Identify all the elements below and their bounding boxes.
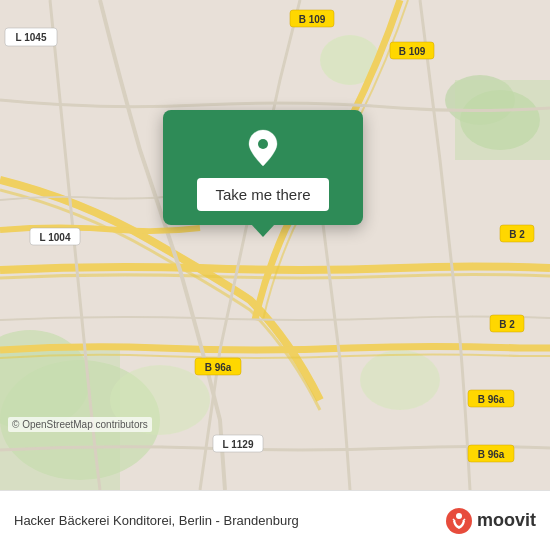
svg-point-31 (446, 508, 472, 534)
take-me-there-button[interactable]: Take me there (197, 178, 328, 211)
svg-text:B 96a: B 96a (205, 362, 232, 373)
svg-text:B 96a: B 96a (478, 394, 505, 405)
moovit-logo: moovit (445, 507, 536, 535)
svg-text:B 109: B 109 (299, 14, 326, 25)
svg-text:B 2: B 2 (509, 229, 525, 240)
svg-rect-6 (455, 80, 550, 160)
svg-point-8 (360, 350, 440, 410)
svg-text:L 1045: L 1045 (16, 32, 47, 43)
popup-card: Take me there (163, 110, 363, 225)
location-name: Hacker Bäckerei Konditorei, Berlin - Bra… (14, 513, 299, 528)
map-container: L 1045 B 109 B 109 L 1004 B 96a B 2 B 2 … (0, 0, 550, 490)
moovit-icon (445, 507, 473, 535)
svg-text:L 1004: L 1004 (40, 232, 71, 243)
svg-text:B 109: B 109 (399, 46, 426, 57)
svg-text:L 1129: L 1129 (223, 439, 254, 450)
footer: Hacker Bäckerei Konditorei, Berlin - Bra… (0, 490, 550, 550)
svg-text:B 96a: B 96a (478, 449, 505, 460)
svg-text:B 2: B 2 (499, 319, 515, 330)
moovit-brand-text: moovit (477, 510, 536, 531)
location-pin-icon (243, 128, 283, 168)
svg-point-32 (456, 513, 462, 519)
map-attribution: © OpenStreetMap contributors (8, 417, 152, 432)
svg-point-30 (258, 139, 268, 149)
